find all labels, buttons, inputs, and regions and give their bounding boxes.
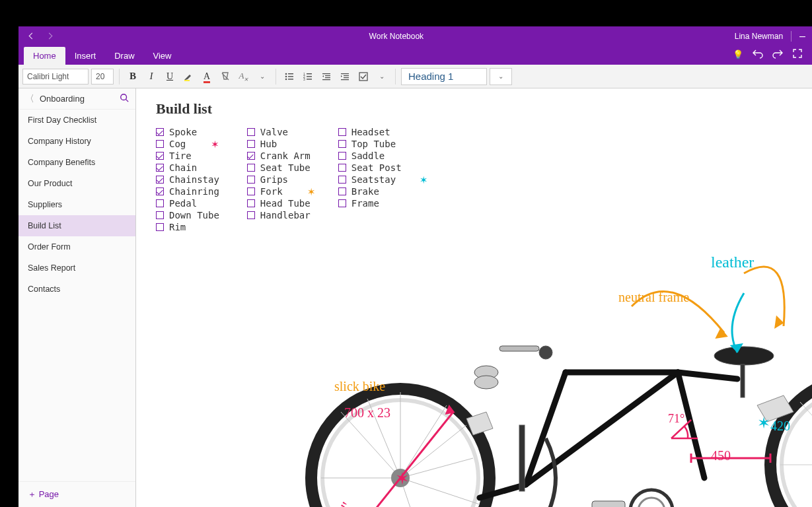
style-dropdown[interactable]: ⌄ [490,68,512,85]
tab-view[interactable]: View [144,47,181,65]
checklist-item[interactable]: Fork✶ [247,186,311,197]
checkbox-icon[interactable] [156,176,164,184]
checkbox-icon[interactable] [156,128,164,136]
checklist-item[interactable]: Tire [156,151,219,161]
checklist-item[interactable]: Spoke [156,127,219,137]
checkbox-icon[interactable] [338,140,346,148]
checklist-item[interactable]: Brake [338,186,402,197]
svg-line-45 [807,465,812,507]
font-size-input[interactable] [91,69,114,84]
sidebar-page-item[interactable]: Company History [18,131,135,152]
checkbox-icon[interactable] [156,199,164,207]
checkbox-icon[interactable] [156,152,164,160]
note-canvas[interactable]: Build list SpokeCog✶TireChainChainstayCh… [136,88,812,507]
italic-button[interactable]: I [143,68,159,85]
outdent-button[interactable] [318,68,334,85]
checklist-item[interactable]: Headset [338,127,402,137]
checklist-item[interactable]: Valve [247,127,311,137]
checklist-item[interactable]: Down Tube [156,210,219,220]
bold-button[interactable]: B [125,68,141,85]
checkbox-icon[interactable] [156,223,164,231]
checklist-item[interactable]: Pedal [156,198,219,209]
checkbox-icon[interactable] [338,199,346,207]
window-minimize-icon[interactable]: – [799,30,805,42]
font-color-button[interactable]: A [199,68,215,85]
todo-tag-button[interactable] [355,68,371,85]
checkbox-icon[interactable] [338,176,346,184]
sidebar-page-item[interactable]: Contacts [18,279,135,300]
user-name[interactable]: Lina Newman [735,32,783,41]
indent-button[interactable] [337,68,353,85]
checkbox-icon[interactable] [247,128,255,136]
font-name-input[interactable] [22,69,89,84]
notebook-title[interactable]: Work Notebook [65,32,728,41]
checkbox-icon[interactable] [247,199,255,207]
svg-text:✶: ✶ [395,469,410,489]
svg-point-1 [285,73,287,75]
numbering-button[interactable]: 123 [300,68,316,85]
checkbox-icon[interactable] [338,128,346,136]
tab-insert[interactable]: Insert [65,47,106,65]
checkbox-icon[interactable] [247,164,255,172]
page-title[interactable]: Build list [156,100,792,118]
search-icon[interactable] [120,93,129,104]
checklist-item[interactable]: Seat Post [338,162,402,173]
redo-icon[interactable] [772,48,783,61]
checklist-item[interactable]: Seat Tube [247,162,311,173]
checklist-item[interactable]: Top Tube [338,139,402,149]
checkbox-icon[interactable] [156,211,164,219]
nav-forward-icon[interactable] [46,32,55,41]
checkbox-icon[interactable] [156,187,164,195]
sidebar-page-item[interactable]: Sales Report [18,257,135,279]
checklist-item[interactable]: Grips [247,174,311,185]
section-back-icon[interactable]: 〈 [25,93,34,105]
checklist-item[interactable]: Chainring [156,186,219,197]
tell-me-icon[interactable]: 💡 [733,50,743,59]
checkbox-icon[interactable] [156,164,164,172]
more-formatting-dropdown[interactable]: ⌄ [254,68,270,85]
nav-back-icon[interactable] [28,32,37,41]
checkbox-icon[interactable] [247,152,255,160]
style-selector[interactable]: Heading 1 [401,68,487,85]
more-paragraph-dropdown[interactable]: ⌄ [374,68,390,85]
checkbox-icon[interactable] [338,187,346,195]
checkbox-icon[interactable] [247,211,255,219]
tab-draw[interactable]: Draw [105,47,143,65]
sidebar-page-item[interactable]: Our Product [18,173,135,194]
checklist-label: Top Tube [351,139,396,149]
checkbox-icon[interactable] [338,164,346,172]
checklist-item[interactable]: Head Tube [247,198,311,209]
checkbox-icon[interactable] [247,176,255,184]
clear-formatting-button[interactable] [217,68,233,85]
sidebar-page-item[interactable]: Order Form [18,236,135,257]
bullets-button[interactable] [281,68,297,85]
checklist-item[interactable]: Hub [247,139,311,149]
undo-icon[interactable] [753,48,763,61]
checkbox-icon[interactable] [156,140,164,148]
sidebar-page-item[interactable]: Suppliers [18,194,135,215]
format-painter-button[interactable]: A✕ [236,68,252,85]
checklist-item[interactable]: Chainstay [156,174,219,185]
checkbox-icon[interactable] [247,140,255,148]
checkbox-icon[interactable] [247,187,255,195]
highlight-button[interactable] [180,68,196,85]
checklist-item[interactable]: Cog✶ [156,139,219,149]
checklist-item[interactable]: Handlebar [247,210,311,220]
checklist-item[interactable]: Crank Arm [247,151,311,161]
checklist-item[interactable]: Rim [156,222,219,232]
section-name[interactable]: Onboarding [40,94,114,104]
checklist-item[interactable]: Frame [338,198,402,209]
svg-rect-12 [307,79,312,80]
add-page-button[interactable]: ＋ Page [18,481,135,507]
svg-line-35 [400,458,473,478]
checkbox-icon[interactable] [338,152,346,160]
sidebar-page-item[interactable]: Build List [18,215,135,236]
underline-button[interactable]: U [162,68,178,85]
fullscreen-icon[interactable] [792,48,803,61]
sidebar-page-item[interactable]: First Day Checklist [18,110,135,131]
tab-home[interactable]: Home [24,47,65,65]
sidebar-page-item[interactable]: Company Benefits [18,152,135,173]
checklist-item[interactable]: Saddle [338,151,402,161]
checklist-item[interactable]: Chain [156,162,219,173]
checklist-item[interactable]: Seatstay✶ [338,174,402,185]
